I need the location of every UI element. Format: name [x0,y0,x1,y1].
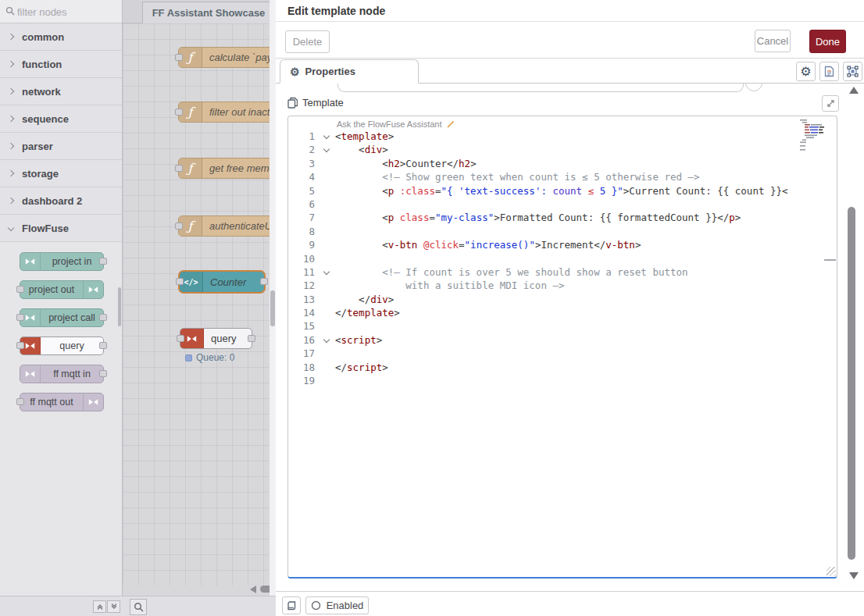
scroll-up-arrow-icon[interactable] [849,87,859,94]
fold-chevron-icon[interactable] [323,336,330,343]
palette-node-project-in[interactable]: project in [20,252,104,271]
code-line[interactable]: 17 [288,347,837,360]
code-line[interactable]: 16<script> [288,333,837,347]
scrollbar-thumb[interactable] [270,290,275,326]
delete-button[interactable]: Delete [285,30,330,53]
minimap[interactable] [795,119,827,153]
search-flows-button[interactable] [130,599,147,615]
flow-node-filter-out-inacti[interactable]: ƒfilter out inacti [178,101,276,123]
code-line[interactable]: 1<template> [288,130,837,143]
code-line[interactable]: 9 <v-btn @click="increase()">Increment</… [288,238,837,251]
done-button[interactable]: Done [809,30,846,53]
node-input-port[interactable] [16,314,24,321]
code-line[interactable]: 15 [288,319,837,333]
node-input-port[interactable] [177,335,184,342]
node-settings-button[interactable]: ⚙ [796,62,816,81]
code-line[interactable]: 10 [288,252,837,265]
flow-node-calculate-pay[interactable]: ƒcalculate `pay [178,47,276,68]
code-editor[interactable]: Ask the FlowFuse Assistant 1<template>2 … [287,116,837,579]
status-text: Queue: 0 [196,352,234,363]
dialog-form: Template Ask the FlowFuse Assistant 1<te… [276,84,864,591]
palette-category-sequence[interactable]: sequence [0,105,122,133]
line-number: 7 [288,211,321,224]
flow-node-query[interactable]: query [180,328,252,349]
node-input-port[interactable] [16,342,24,349]
node-output-port[interactable] [260,278,268,285]
enabled-toggle-button[interactable]: Enabled [305,596,369,614]
node-output-port[interactable] [99,314,107,321]
palette-node-project-out[interactable]: project out [20,280,104,299]
scrolled-field-remnant[interactable] [337,84,744,92]
palette-node-ff-mqtt-out[interactable]: ff mqtt out [20,393,104,411]
fold-chevron-icon[interactable] [323,133,330,139]
node-input-port[interactable] [175,54,183,61]
fold-chevron-icon[interactable] [323,146,330,152]
fold-gutter [321,361,335,374]
code-lines[interactable]: 1<template>2 <div>3 <h2>Counter</h2>4 <!… [288,130,837,387]
code-line[interactable]: 14</template> [288,306,837,319]
node-input-port[interactable] [175,109,183,116]
palette-category-storage[interactable]: storage [0,160,122,187]
code-line[interactable]: 19 [288,374,837,387]
fold-gutter[interactable] [321,130,335,143]
scroll-left-arrow-icon[interactable] [250,586,256,593]
expand-editor-button[interactable] [822,95,839,112]
code-line[interactable]: 4 <!— Show green text when count is ≤ 5 … [288,170,837,183]
code-line[interactable]: 6 [288,198,837,211]
node-input-port[interactable] [175,223,183,230]
code-line[interactable]: 13 </div> [288,293,837,306]
palette-category-flowfuse[interactable]: FlowFuse [0,215,122,242]
node-output-port[interactable] [248,335,255,342]
palette-node-query[interactable]: query [20,336,104,355]
collapse-all-button[interactable] [93,600,106,613]
palette-search[interactable] [0,0,122,23]
expand-all-button[interactable] [107,600,120,613]
palette-category-common[interactable]: common [0,23,122,51]
fold-gutter[interactable] [321,333,335,347]
code-line[interactable]: 8 [288,225,837,238]
editor-resize-grip[interactable] [827,567,836,576]
scroll-down-arrow-icon[interactable] [849,572,859,579]
line-number: 2 [288,143,321,156]
palette-categories: commonfunctionnetworksequenceparserstora… [0,23,122,242]
dialog-scrollbar[interactable] [848,207,855,560]
node-input-port[interactable] [16,286,24,293]
palette-node-ff-mqtt-in[interactable]: ff mqtt in [20,365,104,383]
code-line[interactable]: 11 <!— If count is over 5 we should show… [288,265,837,279]
code-line[interactable]: 7 <p class="my-class">Formatted Count: {… [288,211,837,224]
node-appearance-button[interactable] [843,62,862,81]
node-output-port[interactable] [99,258,107,265]
scrolled-field-button[interactable] [745,84,762,91]
palette-category-function[interactable]: function [0,51,122,78]
palette-category-dashboard-2[interactable]: dashboard 2 [0,187,122,215]
code-line[interactable]: 18</script> [288,361,837,374]
palette-node-project-call[interactable]: project call [20,308,104,327]
fold-chevron-icon[interactable] [323,269,330,275]
flow-node-authenticateu[interactable]: ƒauthenticateU [178,215,276,237]
code-line[interactable]: 3 <h2>Counter</h2> [288,157,837,170]
canvas-vertical-scrollbar[interactable] [270,0,276,596]
node-input-port[interactable] [176,278,184,285]
docs-button[interactable] [282,596,301,614]
filter-nodes-input[interactable] [17,3,115,20]
palette-category-parser[interactable]: parser [0,133,122,160]
code-line[interactable]: 5 <p :class="{ 'text-success': count ≤ 5… [288,184,837,198]
node-input-port[interactable] [16,398,24,405]
workspace-tab[interactable]: FF Assistant Showcase [142,2,275,23]
flow-node-get-free-memo[interactable]: ƒget free memo [178,158,276,179]
assistant-placeholder[interactable]: Ask the FlowFuse Assistant [337,119,455,130]
node-output-port[interactable] [99,342,107,349]
flow-node-counter[interactable]: </>Counter [178,270,266,294]
code-line[interactable]: 12 with a suitible MDI icon —> [288,279,837,292]
node-output-port[interactable] [99,370,107,377]
node-description-button[interactable] [819,62,839,81]
palette-scrollbar[interactable] [118,287,121,326]
node-input-port[interactable] [175,165,183,172]
code-line[interactable]: 2 <div> [288,143,837,156]
flow-canvas[interactable]: FF Assistant Showcase ƒcalculate `payƒfi… [123,0,276,596]
tab-properties[interactable]: ⚙ Properties [280,59,419,84]
palette-category-network[interactable]: network [0,78,122,105]
fold-gutter[interactable] [321,265,335,279]
cancel-button[interactable]: Cancel [755,30,791,52]
fold-gutter[interactable] [321,143,335,156]
